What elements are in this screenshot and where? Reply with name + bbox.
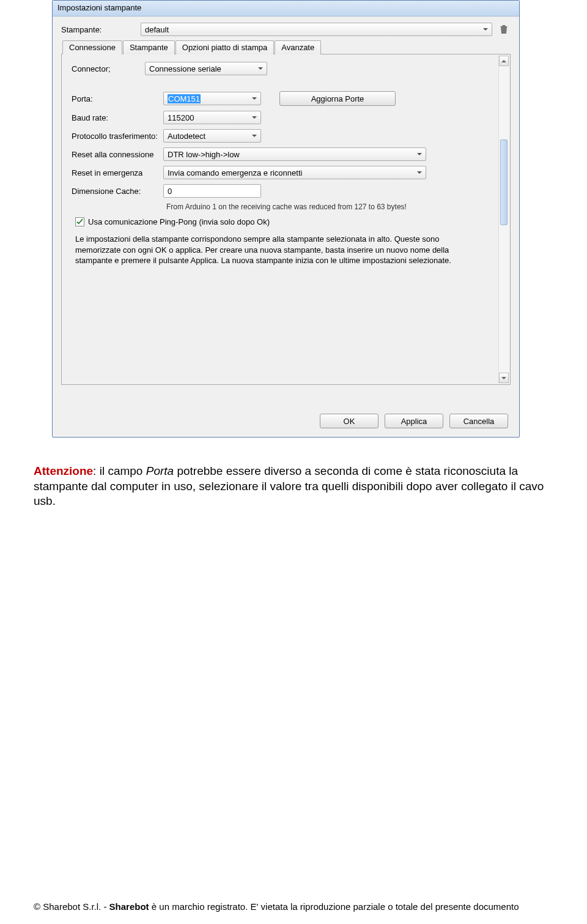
printer-combo-value: default [145, 25, 169, 34]
cache-hint: From Arduino 1 on the receiving cache wa… [166, 203, 501, 211]
chevron-down-icon [417, 171, 422, 174]
cache-label: Dimensione Cache: [72, 187, 163, 196]
tab-stampante[interactable]: Stampante [123, 40, 175, 54]
baud-label: Baud rate: [72, 113, 163, 122]
proto-label: Protocollo trasferimento: [72, 132, 163, 141]
ok-button[interactable]: OK [320, 414, 378, 428]
reset-combo[interactable]: DTR low->high->low [163, 147, 426, 161]
document-body-text: Attenzione: il campo Porta potrebbe esse… [34, 464, 553, 509]
chevron-down-icon [252, 97, 257, 100]
vertical-scrollbar[interactable] [498, 56, 509, 383]
cache-value: 0 [168, 187, 172, 196]
delete-printer-button[interactable] [497, 23, 511, 36]
porta-combo[interactable]: COM151 [163, 92, 261, 105]
dialog-footer: OK Applica Cancella [320, 414, 508, 428]
emerg-value: Invia comando emergenza e riconnetti [168, 168, 302, 177]
proto-combo[interactable]: Autodetect [163, 129, 261, 143]
chevron-down-icon [417, 153, 422, 155]
porta-italic: Porta [146, 464, 174, 477]
cancella-button[interactable]: Cancella [449, 414, 508, 428]
reset-value: DTR low->high->low [168, 150, 240, 159]
printer-settings-dialog: Impostazioni stampante Stampante: defaul… [52, 0, 520, 438]
connector-value: Connessione seriale [149, 64, 221, 73]
pingpong-checkbox[interactable] [75, 217, 84, 226]
scroll-up-button[interactable] [499, 56, 509, 66]
connector-combo[interactable]: Connessione seriale [145, 62, 267, 75]
chevron-down-icon [252, 116, 257, 119]
connector-label: Connector; [72, 64, 145, 73]
attenzione-word: Attenzione [34, 464, 93, 477]
printer-combo[interactable]: default [141, 23, 492, 36]
tab-opzioni[interactable]: Opzioni piatto di stampa [175, 40, 274, 54]
baud-value: 115200 [168, 113, 194, 122]
baud-combo[interactable]: 115200 [163, 111, 261, 124]
copyright-footer: © Sharebot S.r.l. - Sharebot è un marchi… [34, 901, 519, 912]
chevron-down-icon [483, 28, 488, 31]
scroll-down-button[interactable] [499, 373, 509, 383]
dialog-title: Impostazioni stampante [53, 1, 519, 17]
scroll-track[interactable] [499, 66, 509, 373]
emerg-label: Reset in emergenza [72, 168, 163, 177]
tab-content: Connector; Connessione seriale Porta: CO… [61, 54, 511, 385]
reset-label: Reset alla connessione [72, 150, 163, 159]
emerg-combo[interactable]: Invia comando emergenza e riconnetti [163, 166, 426, 179]
printer-label: Stampante: [61, 25, 141, 34]
tabbar: Connessione Stampante Opzioni piatto di … [61, 40, 511, 54]
chevron-down-icon [252, 135, 257, 137]
chevron-down-icon [258, 67, 263, 70]
description-text: Le impostazioni della stampante corrispo… [72, 231, 501, 266]
tab-connessione[interactable]: Connessione [62, 40, 122, 54]
proto-value: Autodetect [168, 132, 205, 141]
applica-button[interactable]: Applica [385, 414, 443, 428]
porta-label: Porta: [72, 94, 163, 103]
tab-avanzate[interactable]: Avanzate [275, 40, 321, 54]
aggiorna-porte-button[interactable]: Aggiorna Porte [279, 91, 396, 106]
scroll-thumb[interactable] [500, 140, 508, 225]
cache-input[interactable]: 0 [163, 184, 261, 198]
pingpong-label: Usa comunicazione Ping-Pong (invia solo … [88, 217, 270, 226]
porta-value: COM151 [168, 94, 201, 103]
